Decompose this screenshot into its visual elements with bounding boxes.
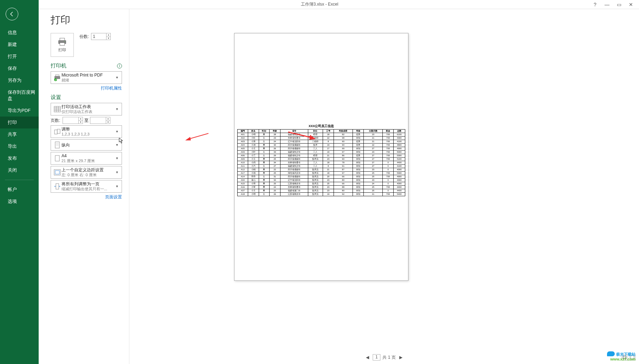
print-what-dropdown[interactable]: 打印活动工作表仅打印活动工作表 ▼ (51, 103, 122, 115)
sidebar-item-print[interactable]: 打印 (0, 117, 39, 128)
table-row: A05小王男26四川省成都市工人1799未知277004900 (238, 147, 405, 151)
margins-dropdown[interactable]: 上一个自定义边距设置左: 0 厘米 右: 0 厘米 ▼ (51, 166, 122, 179)
sidebar-item-open[interactable]: 打开 (0, 51, 39, 62)
settings-panel: 打印 打印 份数: 1 ▲▼ 打印机 i Microsoft Print to … (39, 9, 129, 364)
page-icon (53, 155, 62, 161)
sidebar-item-saveas[interactable]: 另存为 (0, 74, 39, 86)
table-row: A09小五男25四川省成都市技术员2390未知277005100 (238, 158, 405, 161)
collate-dropdown[interactable]: 调整1,2,3 1,2,3 1,2,3 ▼ (51, 125, 122, 138)
prev-page-button[interactable]: ◀ (364, 355, 370, 360)
svg-rect-22 (56, 184, 59, 189)
svg-rect-14 (57, 129, 60, 133)
sheets-icon (53, 106, 62, 112)
table-row: A33小叶女33福建省长沙市工人1997未知237005000 (238, 151, 405, 154)
copies-label: 份数: (79, 34, 89, 40)
sidebar-item-save[interactable]: 保存 (0, 62, 39, 74)
sidebar-divider (5, 180, 34, 180)
portrait-icon (53, 141, 62, 148)
paper-size-dropdown[interactable]: A421 厘米 x 29.7 厘米 ▼ (51, 152, 122, 165)
svg-rect-15 (55, 142, 59, 148)
table-row: A14乖乖女31四川省成都市技术员2066未知257004900 (238, 175, 405, 179)
annotation-arrow-small (184, 132, 212, 146)
table-row: A02小红女23吉林省长春市工程师2298未知217004300 (238, 137, 405, 140)
chevron-down-icon: ▼ (115, 143, 120, 147)
svg-rect-21 (55, 171, 59, 174)
content-area: 打印 打印 份数: 1 ▲▼ 打印机 i Microsoft Print to … (39, 9, 639, 364)
chevron-down-icon: ▼ (115, 157, 120, 160)
preview-area: XXX公司员工信息 编号姓名性别年龄省市职位工号考核成绩考核出勤天数奖金总数 A… (129, 9, 639, 364)
sidebar-item-account[interactable]: 帐户 (0, 184, 39, 196)
margins-icon (53, 169, 62, 176)
sidebar-item-exportpdf[interactable]: 导出为PDF (0, 105, 39, 117)
settings-section-title: 设置 (51, 94, 122, 101)
sidebar-item-close[interactable]: 关闭 (0, 164, 39, 176)
sidebar-item-options[interactable]: 选项 (0, 196, 39, 207)
table-row: A18小明女26江苏省南京市技术员1992未知217005400 (238, 193, 405, 196)
page-setup-link[interactable]: 页面设置 (51, 194, 122, 200)
preview-page: XXX公司员工信息 编号姓名性别年龄省市职位工号考核成绩考核出勤天数奖金总数 A… (234, 33, 408, 281)
svg-rect-2 (60, 42, 65, 45)
printer-section-title: 打印机 i (51, 62, 122, 69)
chevron-down-icon: ▼ (115, 76, 120, 79)
print-button-label: 打印 (58, 47, 66, 53)
sidebar-item-baidu[interactable]: 保存到百度网盘 (0, 86, 39, 105)
svg-rect-13 (54, 130, 57, 134)
file-sidebar: 信息 新建 打开 保存 另存为 保存到百度网盘 导出为PDF 打印 共享 导出 … (0, 0, 39, 364)
help-button[interactable]: ? (589, 1, 601, 8)
collate-icon (53, 128, 62, 135)
sidebar-item-export[interactable]: 导出 (0, 140, 39, 152)
page-number-input[interactable]: 1 (373, 354, 380, 360)
page-heading: 打印 (51, 13, 122, 27)
printer-properties-link[interactable]: 打印机属性 (51, 85, 122, 91)
printer-dropdown[interactable]: Microsoft Print to PDF就绪 ▼ (51, 71, 122, 84)
next-page-button[interactable]: ▶ (398, 355, 404, 360)
orientation-dropdown[interactable]: 纵向 ▼ (51, 139, 122, 151)
table-row: A15小邓男25江苏省南京市技术员2566未知2404000 (238, 182, 405, 186)
spinner-down-icon[interactable]: ▼ (106, 37, 110, 40)
chevron-down-icon: ▼ (115, 185, 120, 188)
svg-point-6 (54, 78, 57, 81)
chevron-down-icon: ▼ (115, 171, 120, 174)
table-row: A17小强男25湖北省武汉市技术员1897未知257005300 (238, 172, 405, 175)
info-icon[interactable]: i (117, 64, 122, 68)
pages-to-label: 至 (84, 118, 89, 124)
fit-columns-icon (53, 183, 62, 190)
svg-line-23 (189, 133, 208, 139)
scaling-dropdown[interactable]: 将所有列调整为一页缩减打印输出使其只有一... ▼ (51, 180, 122, 193)
watermark: 极光下载站 www.xz7.com (607, 351, 635, 361)
svg-point-3 (64, 41, 65, 42)
svg-rect-19 (55, 155, 59, 161)
window-controls: ? — ▭ ✕ (589, 1, 637, 8)
svg-rect-5 (56, 75, 59, 76)
pages-label: 页数: (51, 118, 61, 124)
back-button[interactable] (6, 8, 18, 20)
pages-to-input[interactable]: ▲▼ (90, 117, 110, 124)
chevron-down-icon: ▼ (115, 107, 120, 111)
table-row: A37小王男25福建省厦门市技术员2380未知2504400 (238, 189, 405, 193)
sidebar-item-share[interactable]: 共享 (0, 128, 39, 140)
table-row: A34泰山男34辽宁省沈阳市技术员2380未知2304300 (238, 179, 405, 182)
preview-table-title: XXX公司员工信息 (309, 124, 334, 128)
table-row: A12小刚男22四川省成都市技术员2187未知2304000 (238, 168, 405, 172)
sidebar-item-publish[interactable]: 发布 (0, 152, 39, 164)
title-bar: 工作簿3.xlsx - Excel ? — ▭ ✕ (0, 0, 639, 9)
table-row: A06小三女29福建省长沙市经理2186优秀277005300 (238, 154, 405, 158)
preview-page-nav: ◀ 1 共 1 页 ▶ (364, 354, 404, 360)
watermark-logo-icon (607, 351, 615, 356)
spinner-up-icon[interactable]: ▲ (106, 33, 110, 37)
table-row: A01小明男28福建省长沙市经理1882优秀237006100 (238, 133, 405, 137)
pages-from-input[interactable]: ▲▼ (63, 117, 83, 124)
window-title: 工作簿3.xlsx - Excel (301, 1, 338, 7)
table-row: A04小洁男30四川省成都市技术1990优秀227004800 (238, 144, 405, 147)
sidebar-item-info[interactable]: 信息 (0, 27, 39, 39)
sidebar-item-new[interactable]: 新建 (0, 39, 39, 51)
table-row: A10小四男34吉林省长春市工人1878未知2704400 (238, 161, 405, 165)
restore-button[interactable]: ▭ (613, 1, 625, 8)
printer-icon (57, 38, 67, 46)
chevron-down-icon: ▼ (115, 130, 120, 133)
copies-input[interactable]: 1 ▲▼ (91, 33, 111, 40)
table-row: A11小六女27福建省长沙市工人891未知2704100 (238, 165, 405, 168)
print-button[interactable]: 打印 (51, 33, 74, 57)
minimize-button[interactable]: — (601, 1, 613, 8)
close-button[interactable]: ✕ (625, 1, 637, 8)
